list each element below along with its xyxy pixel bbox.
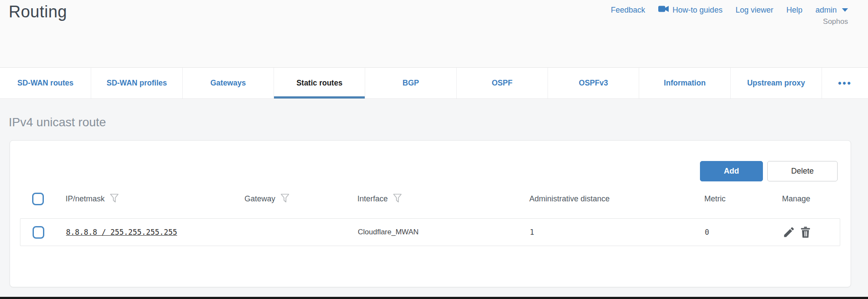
tab-gateways[interactable]: Gateways — [183, 68, 274, 99]
route-metric-value: 0 — [705, 228, 709, 237]
table-header-row: IP/netmask Gateway Interface Administrat… — [20, 189, 840, 208]
tab-overflow-ellipsis-icon[interactable]: ••• — [822, 68, 868, 99]
tab-upstream-proxy[interactable]: Upstream proxy — [731, 68, 822, 99]
help-link[interactable]: Help — [786, 6, 802, 15]
user-menu[interactable]: admin — [815, 6, 848, 15]
filter-funnel-icon[interactable] — [110, 194, 119, 204]
section-heading: IPv4 unicast route — [9, 115, 106, 129]
row-checkbox[interactable] — [33, 226, 44, 239]
tab-sd-wan-profiles[interactable]: SD-WAN profiles — [91, 68, 182, 99]
select-all-checkbox[interactable] — [32, 193, 44, 205]
ipv4-unicast-route-panel: Add Delete IP/netmask Gateway Interface … — [10, 140, 851, 287]
header-administrative-distance: Administrative distance — [529, 194, 610, 204]
tab-sd-wan-routes[interactable]: SD-WAN routes — [0, 68, 91, 99]
route-administrative-distance-value: 1 — [530, 228, 534, 237]
header-gateway: Gateway — [244, 194, 275, 204]
feedback-link[interactable]: Feedback — [611, 6, 645, 15]
tab-static-routes[interactable]: Static routes — [274, 68, 365, 99]
header-manage: Manage — [782, 194, 810, 204]
video-camera-icon — [658, 5, 669, 15]
table-row: 8.8.8.8 / 255.255.255.255 Cloudflare_MWA… — [20, 218, 840, 246]
header-metric: Metric — [704, 194, 726, 204]
header-ip-netmask: IP/netmask — [66, 194, 105, 204]
route-ip-netmask-link[interactable]: 8.8.8.8 / 255.255.255.255 — [66, 228, 177, 237]
filter-funnel-icon[interactable] — [281, 194, 290, 204]
brand-label: Sophos — [823, 17, 848, 26]
tab-information[interactable]: Information — [639, 68, 730, 99]
trash-icon[interactable] — [799, 226, 812, 239]
delete-button[interactable]: Delete — [767, 161, 838, 181]
tab-ospf[interactable]: OSPF — [457, 68, 548, 99]
header-interface: Interface — [357, 194, 388, 204]
window-bottom-edge — [0, 297, 868, 299]
filter-funnel-icon[interactable] — [393, 194, 402, 204]
page-title: Routing — [9, 3, 67, 21]
top-navigation: Feedback How-to guides Log viewer Help a… — [611, 5, 848, 26]
add-button[interactable]: Add — [700, 161, 763, 181]
howto-guides-link[interactable]: How-to guides — [658, 5, 723, 15]
tab-ospfv3[interactable]: OSPFv3 — [548, 68, 639, 99]
log-viewer-link[interactable]: Log viewer — [736, 6, 773, 15]
tab-bgp[interactable]: BGP — [365, 68, 456, 99]
route-interface-value: Cloudflare_MWAN — [358, 228, 419, 236]
routing-tabbar: SD-WAN routes SD-WAN profiles Gateways S… — [0, 67, 868, 99]
chevron-down-icon — [842, 8, 848, 12]
table-toolbar: Add Delete — [700, 161, 838, 181]
pencil-icon[interactable] — [782, 226, 795, 239]
